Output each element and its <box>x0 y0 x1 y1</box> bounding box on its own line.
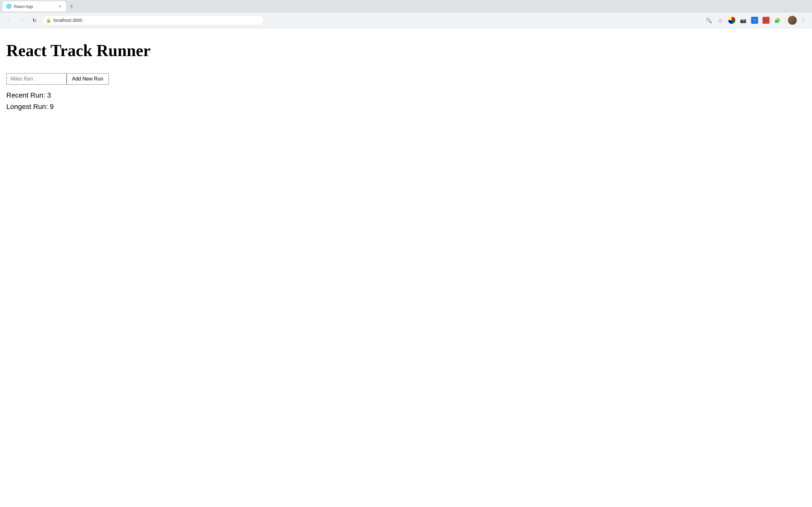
tab-favicon: ⚛ <box>6 4 11 9</box>
tab-title: React App <box>14 4 55 9</box>
tab-bar: ⚛ React App ✕ + <box>0 0 812 13</box>
address-text: localhost:3000 <box>54 18 260 23</box>
page-content: React Track Runner Add New Run Recent Ru… <box>0 28 812 507</box>
search-button[interactable]: 🔍 <box>704 15 714 25</box>
navigation-bar: ← → ↻ 🔒 localhost:3000 🔍 ☆ 📷 🛡 <box>0 13 812 28</box>
anteater-extension[interactable]: 🐜 <box>761 15 771 25</box>
profile-button[interactable] <box>788 16 797 25</box>
active-tab[interactable]: ⚛ React App ✕ <box>3 1 66 11</box>
forward-button[interactable]: → <box>16 15 27 25</box>
miles-input[interactable] <box>6 73 67 84</box>
longest-run-label: Longest Run: <box>6 103 50 111</box>
tab-close-button[interactable]: ✕ <box>57 4 62 9</box>
camera-extension[interactable]: 📷 <box>738 15 748 25</box>
browser-chrome: ⚛ React App ✕ + ← → ↻ 🔒 localhost:3000 🔍… <box>0 0 812 28</box>
colorpicker-extension[interactable] <box>727 15 737 25</box>
extensions-button[interactable]: 🧩 <box>772 15 782 25</box>
recent-run-label: Recent Run: <box>6 91 47 99</box>
browser-actions: 🔍 ☆ 📷 🛡 🐜 🧩 ⋮ <box>704 15 808 25</box>
profile-avatar <box>788 16 797 25</box>
bookmark-button[interactable]: ☆ <box>715 15 725 25</box>
new-tab-button[interactable]: + <box>67 2 76 11</box>
shield-icon: 🛡 <box>751 17 758 24</box>
longest-run-value: 9 <box>50 103 54 111</box>
shield-extension[interactable]: 🛡 <box>750 15 760 25</box>
lock-icon: 🔒 <box>46 18 51 23</box>
reload-button[interactable]: ↻ <box>29 15 39 25</box>
colorful-circle-icon <box>728 17 735 24</box>
recent-run-value: 3 <box>47 91 51 99</box>
app-title: React Track Runner <box>6 41 806 60</box>
stats-section: Recent Run: 3 Longest Run: 9 <box>6 90 806 112</box>
add-run-button[interactable]: Add New Run <box>67 73 109 84</box>
anteater-icon: 🐜 <box>763 17 769 24</box>
extensions-area: 📷 🛡 🐜 🧩 <box>727 15 782 25</box>
longest-run-stat: Longest Run: 9 <box>6 101 806 112</box>
address-bar[interactable]: 🔒 localhost:3000 <box>42 15 264 25</box>
back-button[interactable]: ← <box>4 15 14 25</box>
recent-run-stat: Recent Run: 3 <box>6 90 806 101</box>
menu-button[interactable]: ⋮ <box>798 15 808 25</box>
separator <box>785 17 785 23</box>
add-run-form: Add New Run <box>6 73 806 84</box>
